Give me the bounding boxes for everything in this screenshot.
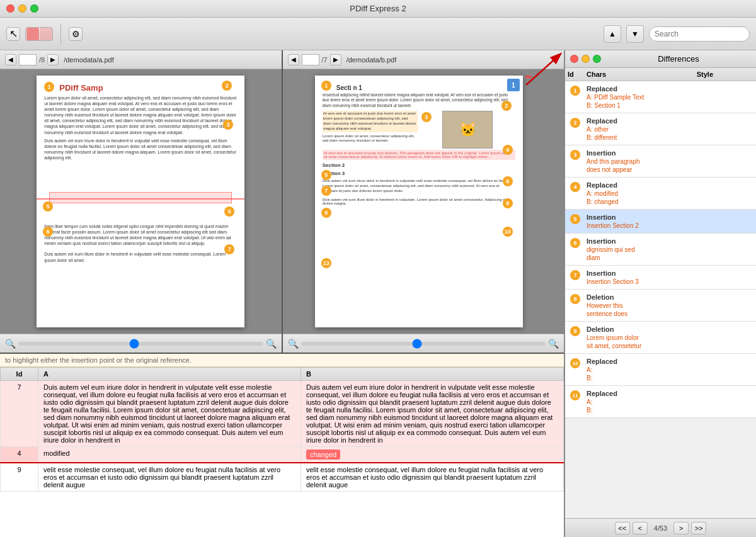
diff-item-8[interactable]: 8 Deletion However this sentence does (565, 290, 756, 322)
cursor-tool-button[interactable]: ↖ (6, 27, 20, 41)
prev-diff-button[interactable]: ▲ (604, 25, 621, 43)
diff-item-10[interactable]: 10 Replaced A: B: (565, 354, 756, 386)
diff-item-6[interactable]: 6 Insertion dignissim qui sed diam (565, 234, 756, 266)
pdf-panel-b: ◀ 1 /7 ▶ /demodata/b.pdf 1 1 Secti n 1 o… (283, 50, 564, 353)
diff-marker-b9[interactable]: 9 (321, 208, 331, 218)
page-num-b[interactable]: 1 (302, 54, 319, 65)
settings-button[interactable]: ⚙ (69, 27, 83, 41)
zoom-slider-a[interactable] (18, 342, 263, 346)
pdf-area: ◀ 1 /8 ▶ /demodata/a.pdf 1 PDiff Samp 2 … (0, 50, 564, 537)
diff-text-9b: sit amet, consetetur (587, 342, 751, 349)
table-row: 7 Duis autem vel eum iriure dolor in hen… (1, 381, 564, 447)
diff-num-6: 6 (570, 238, 580, 248)
cell-id-7: 7 (1, 381, 38, 447)
diff-list: 1 Replaced A: PDiff Sample Text B: Secti… (565, 81, 756, 518)
diff-panel-title: Differences (606, 54, 751, 64)
diff-marker-b10[interactable]: 10 (503, 227, 513, 237)
diff-marker-b5[interactable]: 5 (321, 170, 331, 180)
diff-min-button[interactable] (581, 55, 590, 63)
diff-marker-b7[interactable]: 7 (321, 186, 331, 196)
zoom-in-b[interactable]: 🔍 (548, 339, 559, 349)
diff-item-4[interactable]: 4 Replaced A: modified B: changed (565, 178, 756, 210)
diff-item-5[interactable]: 5 Insertion Insertion Section 2 (565, 210, 756, 234)
zoom-out-b[interactable]: 🔍 (288, 339, 299, 349)
zoom-slider-b[interactable] (301, 342, 546, 346)
diff-num-4: 4 (570, 182, 580, 192)
maximize-button[interactable] (30, 4, 38, 13)
diff-item-9[interactable]: 9 Deletion Lorem ipsum dolor sit amet, c… (565, 322, 756, 354)
pdf-section2-b: Section 2 (323, 162, 515, 168)
diff-page-info: 4/53 (650, 524, 671, 532)
next-diff-button[interactable]: ▼ (626, 25, 644, 43)
diff-marker-b8[interactable]: 8 (503, 198, 513, 208)
diff-item-2[interactable]: 2 Replaced A: other B: different (565, 113, 756, 145)
pdf-title-b: Secti n 1 (336, 84, 515, 91)
diff-marker-b3[interactable]: 3 (421, 112, 432, 122)
diff-content-10: Replaced A: B: (587, 358, 751, 382)
col-header-b: B (301, 368, 564, 381)
diff-marker-b2[interactable]: 2 (501, 101, 512, 111)
diff-content-9: Deletion Lorem ipsum dolor sit amet, con… (587, 325, 751, 349)
pdf-body-b1: onsectud adipiscing nibhd laoreet dolore… (323, 93, 515, 108)
close-button[interactable] (6, 4, 14, 13)
diff-type-5: Insertion (587, 213, 751, 221)
diff-last-button[interactable]: >> (691, 522, 706, 534)
table-row-highlighted: 4 modified changed (1, 447, 564, 463)
page-num-a[interactable]: 1 (19, 54, 37, 65)
title-bar: PDiff Express 2 (0, 0, 756, 18)
page-total-a: /8 (39, 56, 45, 64)
table-header-row: Id A B (1, 368, 564, 381)
pdf-deleted-text-b: At vero eos et accusam et justo duo dolo… (323, 150, 515, 160)
diff-next-button[interactable]: > (673, 522, 689, 534)
pdf-title-a: PDiff Samp (59, 83, 237, 93)
table-container[interactable]: Id A B 7 Duis autem vel eum iriure dolor… (0, 367, 564, 537)
pdf-body-a4: Duis autem vel eum illure dolor in hendr… (44, 251, 237, 263)
diff-max-button[interactable] (593, 55, 601, 63)
zoom-in-a[interactable]: 🔍 (266, 339, 277, 349)
diff-marker-b13[interactable]: 13 (321, 258, 331, 268)
diff-num-3: 3 (570, 150, 580, 160)
diff-text-11a: A: (587, 399, 751, 405)
diff-title-bar: Differences (565, 50, 756, 68)
page-next-a[interactable]: ▶ (47, 54, 59, 65)
diff-text-4a: A: modified (587, 190, 751, 197)
minimize-button[interactable] (18, 4, 26, 13)
pdf-col-body-b2: Lorem ipsum dolor sit amet, consectetur … (323, 134, 418, 144)
page-prev-b[interactable]: ◀ (288, 54, 299, 65)
pdf-content-b: 1 1 Secti n 1 onsectud adipiscing nibhd … (283, 69, 564, 334)
search-input[interactable] (649, 26, 750, 42)
diff-item-1[interactable]: 1 Replaced A: PDiff Sample Text B: Secti… (565, 81, 756, 113)
diff-type-9: Deletion (587, 325, 751, 333)
pdf-body-a2: Duis autem vel eum iriure dolor in hendr… (44, 138, 237, 161)
pdf-footer-text-b: Duis autem vel eum illure dolor in hendr… (323, 198, 515, 205)
diff-item-7[interactable]: 7 Insertion Insertion Section 3 (565, 266, 756, 290)
page-prev-a[interactable]: ◀ (5, 54, 16, 65)
diff-close-button[interactable] (570, 55, 578, 63)
diff-content-11: Replaced A: B: (587, 390, 751, 414)
diff-num-5: 5 (570, 214, 580, 224)
diff-first-button[interactable]: << (615, 522, 630, 534)
scroll-mark-6 (525, 76, 532, 78)
diff-marker-b6[interactable]: 6 (503, 176, 513, 186)
zoom-out-a[interactable]: 🔍 (5, 339, 16, 349)
diff-item-3[interactable]: 3 Insertion And this paragraph does not … (565, 145, 756, 178)
diff-item-11[interactable]: 11 Replaced A: B: (565, 386, 756, 418)
page-next-b[interactable]: ▶ (330, 54, 341, 65)
pdf-body-a1: Lorem ipsum dolor sit amet, consectetur … (44, 95, 237, 135)
diff-marker-5b[interactable]: 5 (224, 206, 234, 217)
diff-prev-button[interactable]: < (633, 522, 648, 534)
diff-content-2: Replaced A: other B: different (587, 117, 751, 141)
diff-marker-b4[interactable]: 4 (503, 145, 513, 155)
view-toggle-button[interactable] (25, 27, 53, 41)
diff-text-4b: B: changed (587, 198, 751, 205)
diff-marker-b1[interactable]: 1 (321, 81, 331, 91)
pdf-viewers: ◀ 1 /8 ▶ /demodata/a.pdf 1 PDiff Samp 2 … (0, 50, 564, 353)
diff-col-id: Id (565, 71, 584, 78)
diff-num-2: 2 (570, 118, 580, 128)
highlight-5a (49, 192, 232, 203)
diff-text-10a: A: (587, 366, 751, 373)
pdf-two-col-b: At vero eos et accusam et justo duo lore… (323, 111, 515, 149)
diff-marker-5[interactable]: 5 (43, 201, 53, 212)
diff-marker-1[interactable]: 1 (44, 82, 54, 92)
table-row-9: 9 velit esse molestie consequat, vel ill… (1, 463, 564, 492)
